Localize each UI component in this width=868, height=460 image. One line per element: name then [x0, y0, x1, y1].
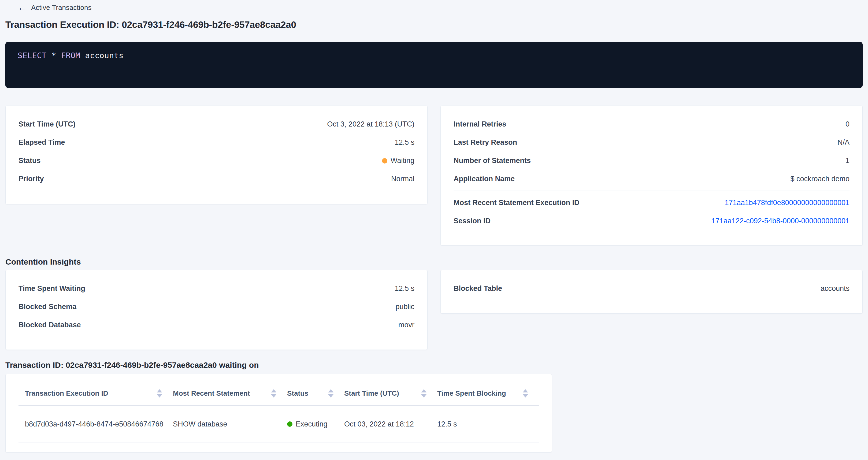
- status-executing-dot-icon: [287, 421, 292, 427]
- info-label: Priority: [19, 175, 44, 183]
- info-value: $ cockroach demo: [790, 175, 849, 183]
- caret-up-icon: [523, 389, 528, 393]
- back-link-active-transactions[interactable]: ← Active Transactions: [18, 3, 91, 12]
- info-value: 12.5 s: [395, 138, 414, 147]
- info-row-status: Status Waiting: [19, 151, 414, 170]
- sql-statement-box: SELECT * FROM accounts: [5, 42, 863, 88]
- info-label: Elapsed Time: [19, 138, 65, 147]
- column-header-label: Most Recent Statement: [173, 389, 250, 401]
- session-id-link[interactable]: 171aa122-c092-54b8-0000-000000000001: [711, 217, 849, 225]
- info-row-number-of-statements: Number of Statements 1: [454, 151, 849, 170]
- arrow-left-icon: ←: [18, 3, 26, 12]
- info-label: Blocked Schema: [19, 303, 76, 311]
- caret-down-icon: [328, 394, 334, 398]
- cell-start-time: Oct 03, 2022 at 18:12: [344, 406, 437, 443]
- contention-card-right: Blocked Table accounts: [440, 270, 863, 314]
- sort-icon: [328, 389, 334, 401]
- info-label: Last Retry Reason: [454, 138, 517, 147]
- info-row-application-name: Application Name $ cockroach demo: [454, 170, 849, 188]
- info-value: movr: [398, 321, 414, 329]
- caret-down-icon: [523, 394, 528, 398]
- sort-icon: [523, 389, 528, 401]
- info-row-session-id: Session ID 171aa122-c092-54b8-0000-00000…: [454, 212, 849, 230]
- info-row-priority: Priority Normal: [19, 170, 414, 188]
- info-label: Status: [19, 157, 41, 165]
- info-label: Number of Statements: [454, 157, 531, 165]
- sort-icon: [421, 389, 427, 401]
- column-header-transaction-execution-id[interactable]: Transaction Execution ID: [19, 374, 173, 406]
- info-label: Time Spent Waiting: [19, 284, 85, 293]
- info-label: Start Time (UTC): [19, 120, 75, 128]
- summary-card-left: Start Time (UTC) Oct 3, 2022 at 18:13 (U…: [5, 105, 428, 204]
- page-title: Transaction Execution ID: 02ca7931-f246-…: [5, 19, 863, 30]
- sort-icon: [271, 389, 276, 401]
- info-row-start-time: Start Time (UTC) Oct 3, 2022 at 18:13 (U…: [19, 115, 414, 133]
- sql-table-name: accounts: [81, 51, 124, 60]
- caret-up-icon: [421, 389, 427, 393]
- sql-star: *: [46, 51, 61, 60]
- contention-card-left: Time Spent Waiting 12.5 s Blocked Schema…: [5, 270, 428, 350]
- info-row-internal-retries: Internal Retries 0: [454, 115, 849, 133]
- caret-up-icon: [271, 389, 276, 393]
- column-header-time-spent-blocking[interactable]: Time Spent Blocking: [437, 374, 539, 406]
- caret-down-icon: [421, 394, 427, 398]
- column-header-status[interactable]: Status: [287, 374, 344, 406]
- info-value: Normal: [391, 175, 414, 183]
- sort-icon: [157, 389, 162, 401]
- cell-transaction-execution-id: b8d7d03a-d497-446b-8474-e50846674768: [19, 406, 173, 443]
- info-label: Most Recent Statement Execution ID: [454, 198, 580, 207]
- sql-keyword-from: FROM: [61, 51, 81, 60]
- info-label: Blocked Database: [19, 321, 81, 329]
- column-header-most-recent-statement[interactable]: Most Recent Statement: [173, 374, 287, 406]
- info-label: Application Name: [454, 175, 515, 183]
- info-row-most-recent-statement-execution-id: Most Recent Statement Execution ID 171aa…: [454, 193, 849, 212]
- info-row-blocked-table: Blocked Table accounts: [454, 279, 849, 298]
- status-waiting-dot-icon: [382, 158, 388, 163]
- caret-down-icon: [271, 394, 276, 398]
- waiting-on-table-card: Transaction Execution ID Most Recent Sta…: [5, 374, 552, 453]
- transaction-details-page: ← Active Transactions Transaction Execut…: [0, 0, 868, 453]
- sql-code: SELECT * FROM accounts: [18, 51, 850, 60]
- info-value: N/A: [837, 138, 849, 147]
- info-row-elapsed-time: Elapsed Time 12.5 s: [19, 133, 414, 151]
- info-row-blocked-database: Blocked Database movr: [19, 316, 414, 334]
- column-header-label: Status: [287, 389, 308, 401]
- sql-keyword-select: SELECT: [18, 51, 46, 60]
- column-header-label: Time Spent Blocking: [437, 389, 506, 401]
- info-row-last-retry-reason: Last Retry Reason N/A: [454, 133, 849, 151]
- info-label: Blocked Table: [454, 284, 502, 293]
- column-header-label: Transaction Execution ID: [25, 389, 108, 401]
- info-row-time-spent-waiting: Time Spent Waiting 12.5 s: [19, 279, 414, 298]
- info-value: 1: [845, 157, 849, 165]
- summary-cards-row: Start Time (UTC) Oct 3, 2022 at 18:13 (U…: [5, 105, 863, 246]
- caret-up-icon: [157, 389, 162, 393]
- info-label: Internal Retries: [454, 120, 506, 128]
- info-value: Oct 3, 2022 at 18:13 (UTC): [327, 120, 414, 128]
- contention-cards-row: Time Spent Waiting 12.5 s Blocked Schema…: [5, 270, 863, 350]
- back-link-label: Active Transactions: [31, 3, 91, 12]
- statement-execution-id-link[interactable]: 171aa1b478fdf0e80000000000000001: [725, 198, 850, 207]
- caret-down-icon: [157, 394, 162, 398]
- cell-time-spent-blocking: 12.5 s: [437, 406, 539, 443]
- caret-up-icon: [328, 389, 334, 393]
- status-text: Waiting: [391, 157, 414, 164]
- info-value: accounts: [820, 284, 849, 293]
- info-value: Waiting: [382, 157, 414, 165]
- waiting-on-table: Transaction Execution ID Most Recent Sta…: [19, 374, 539, 443]
- info-label: Session ID: [454, 217, 491, 225]
- cell-most-recent-statement: SHOW database: [173, 406, 287, 443]
- column-header-label: Start Time (UTC): [344, 389, 399, 401]
- status-text: Executing: [296, 420, 328, 428]
- contention-insights-heading: Contention Insights: [5, 257, 863, 267]
- column-header-start-time[interactable]: Start Time (UTC): [344, 374, 437, 406]
- info-value: public: [395, 303, 414, 311]
- waiting-on-heading: Transaction ID: 02ca7931-f246-469b-b2fe-…: [5, 361, 863, 370]
- info-value: 12.5 s: [395, 284, 414, 293]
- info-value: 0: [845, 120, 849, 128]
- cell-status: Executing: [287, 406, 344, 443]
- info-row-blocked-schema: Blocked Schema public: [19, 298, 414, 316]
- summary-card-right: Internal Retries 0 Last Retry Reason N/A…: [440, 105, 863, 246]
